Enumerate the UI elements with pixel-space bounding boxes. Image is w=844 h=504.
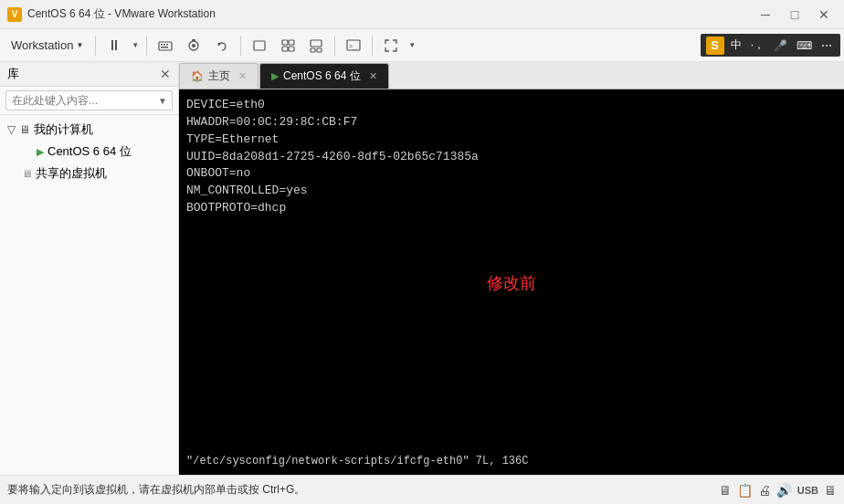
ime-bar: S 中 ·， 🎤 ⌨ ⋯: [701, 34, 840, 57]
svg-rect-3: [166, 44, 168, 46]
close-button[interactable]: ✕: [811, 5, 837, 24]
pause-dropdown[interactable]: ▼: [129, 33, 142, 58]
revert-button[interactable]: [208, 33, 236, 58]
sidebar-tree: ▽ 🖥 我的计算机 ▶ CentOS 6 64 位 🖥 共享的虚拟机: [0, 115, 178, 475]
shared-icon: 🖥: [22, 168, 32, 179]
terminal-line-1: DEVICE=eth0: [186, 97, 837, 114]
tab-home[interactable]: 🏠 主页 ✕: [179, 63, 258, 89]
view-icon-1: [251, 37, 268, 54]
vm-control-group: [152, 33, 236, 58]
status-icon-print[interactable]: 🖨: [758, 483, 771, 498]
status-icon-display[interactable]: 🖥: [719, 483, 732, 498]
centos-vm-label: CentOS 6 64 位: [47, 143, 132, 160]
status-icons: 🖥 📋 🖨 🔊 USB 🖥: [719, 483, 837, 498]
svg-rect-13: [289, 47, 294, 51]
sidebar-item-shared-vms[interactable]: 🖥 共享的虚拟机: [0, 163, 178, 184]
console-icon: >_: [345, 37, 362, 54]
workstation-dropdown-arrow: ▼: [76, 41, 83, 49]
sidebar: 库 ✕ ▼ ▽ 🖥 我的计算机 ▶ CentOS 6 64 位: [0, 62, 179, 475]
svg-rect-1: [161, 44, 163, 46]
sidebar-search-container: ▼: [0, 87, 178, 115]
view-group: [246, 33, 330, 58]
pause-group: ⏸ ▼: [100, 33, 142, 58]
tab-centos-label: CentOS 6 64 位: [283, 68, 361, 84]
svg-point-6: [192, 44, 195, 47]
sougou-icon[interactable]: S: [706, 37, 724, 55]
toolbar-separator-4: [334, 36, 335, 56]
svg-rect-12: [282, 47, 288, 51]
title-bar: V CentOS 6 64 位 - VMware Workstation ─ □…: [0, 0, 844, 29]
sidebar-title: 库: [7, 66, 19, 82]
my-computer-label: 我的计算机: [34, 121, 93, 138]
pause-button[interactable]: ⏸: [100, 33, 128, 58]
maximize-button[interactable]: □: [782, 5, 807, 24]
sidebar-item-my-computer[interactable]: ▽ 🖥 我的计算机: [0, 119, 178, 141]
status-icon-clipboard[interactable]: 📋: [737, 483, 753, 498]
pause-icon: ⏸: [107, 37, 121, 54]
ime-mic-icon[interactable]: 🎤: [771, 37, 790, 54]
terminal-line-6: NM_CONTROLLED=yes: [186, 183, 837, 200]
status-bar: 要将输入定向到该虚拟机，请在虚拟机内部单击或按 Ctrl+G。 🖥 📋 🖨 🔊 …: [0, 475, 844, 504]
tab-home-label: 主页: [208, 68, 230, 84]
svg-rect-10: [282, 40, 288, 45]
minimize-button[interactable]: ─: [753, 5, 778, 24]
content-area: 🏠 主页 ✕ ▶ CentOS 6 64 位 ✕ DEVICE=eth0 HWA…: [179, 62, 844, 475]
ime-chinese-mode[interactable]: 中: [728, 36, 744, 55]
console-button[interactable]: >_: [340, 33, 367, 58]
toolbar-separator-3: [240, 36, 241, 56]
snapshot-icon: [185, 37, 202, 54]
sidebar-item-centos[interactable]: ▶ CentOS 6 64 位: [0, 141, 178, 163]
tab-home-close[interactable]: ✕: [238, 70, 247, 82]
workstation-menu-button[interactable]: Workstation ▼: [4, 35, 90, 56]
terminal-bottom-status: "/etc/sysconfig/network-scripts/ifcfg-et…: [186, 455, 528, 467]
view-btn-2[interactable]: [274, 33, 301, 58]
tab-vm-icon: ▶: [271, 70, 279, 82]
svg-rect-4: [161, 47, 168, 48]
computer-icon: 🖥: [19, 123, 30, 136]
toolbar-separator-2: [146, 36, 147, 56]
tab-centos-close[interactable]: ✕: [369, 70, 377, 82]
fullscreen-icon: [383, 37, 399, 54]
sidebar-header: 库 ✕: [0, 62, 178, 87]
fullscreen-group: ▼: [377, 33, 418, 58]
svg-rect-7: [192, 39, 195, 41]
vm-icon: ▶: [37, 146, 44, 158]
ime-punctuation[interactable]: ·，: [748, 36, 767, 55]
view-btn-1[interactable]: [246, 33, 273, 58]
svg-rect-15: [311, 48, 315, 52]
terminal-area[interactable]: DEVICE=eth0 HWADDR=00:0C:29:8C:CB:F7 TYP…: [179, 89, 844, 475]
status-icon-audio[interactable]: 🔊: [776, 483, 792, 498]
sidebar-close-button[interactable]: ✕: [160, 67, 171, 81]
status-icon-vm-screen[interactable]: 🖥: [824, 483, 837, 498]
terminal-annotation: 修改前: [186, 272, 837, 294]
status-icon-usb[interactable]: USB: [797, 485, 818, 496]
expand-arrow-icon: ▽: [7, 123, 16, 136]
search-dropdown-arrow[interactable]: ▼: [158, 96, 167, 106]
vmware-icon: V: [7, 7, 22, 22]
main-layout: 库 ✕ ▼ ▽ 🖥 我的计算机 ▶ CentOS 6 64 位: [0, 62, 844, 475]
title-bar-left: V CentOS 6 64 位 - VMware Workstation: [7, 6, 216, 22]
title-bar-controls: ─ □ ✕: [753, 5, 837, 24]
snapshot-button[interactable]: [180, 33, 207, 58]
view-icon-3: [308, 37, 324, 54]
terminal-line-2: HWADDR=00:0C:29:8C:CB:F7: [186, 114, 837, 131]
revert-icon: [214, 37, 230, 54]
tab-centos[interactable]: ▶ CentOS 6 64 位 ✕: [259, 63, 389, 89]
ime-more-icon[interactable]: ⋯: [818, 37, 835, 54]
fullscreen-dropdown[interactable]: ▼: [406, 33, 418, 58]
svg-rect-11: [289, 40, 294, 45]
toolbar-separator-5: [372, 36, 373, 56]
send-ctrl-alt-del-button[interactable]: [152, 33, 179, 58]
terminal-line-3: TYPE=Ethernet: [186, 131, 837, 149]
workstation-label: Workstation: [11, 38, 73, 52]
fullscreen-button[interactable]: [377, 33, 405, 58]
shared-vms-label: 共享的虚拟机: [36, 165, 107, 182]
tab-bar: 🏠 主页 ✕ ▶ CentOS 6 64 位 ✕: [179, 62, 844, 89]
status-text: 要将输入定向到该虚拟机，请在虚拟机内部单击或按 Ctrl+G。: [7, 482, 305, 498]
ime-keyboard-icon[interactable]: ⌨: [794, 37, 815, 54]
keyboard-icon: [157, 37, 174, 54]
search-input[interactable]: [5, 90, 173, 110]
title-bar-text: CentOS 6 64 位 - VMware Workstation: [27, 6, 216, 22]
view-btn-3[interactable]: [302, 33, 330, 58]
svg-rect-14: [311, 40, 322, 47]
